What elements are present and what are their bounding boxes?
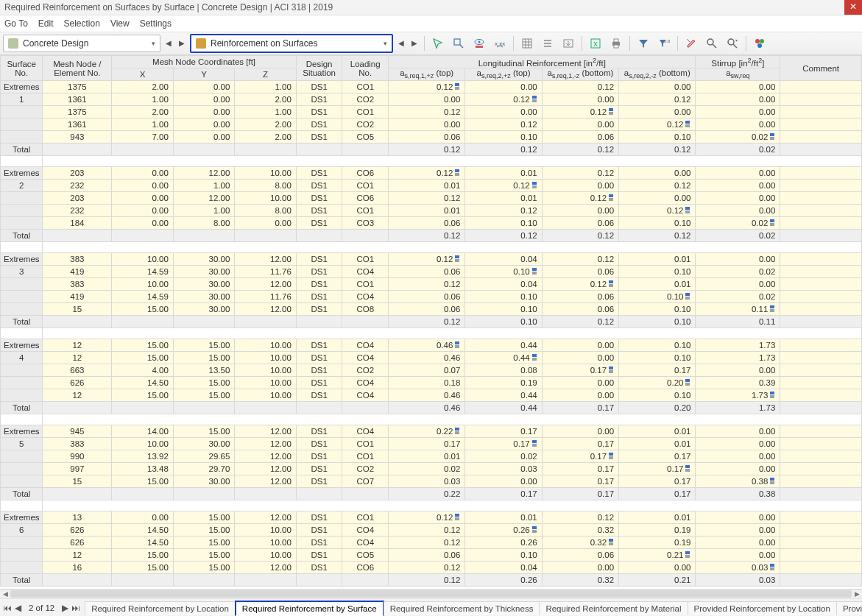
cell[interactable] [780, 278, 862, 291]
cell[interactable]: 0.00 [542, 425, 618, 438]
pager-next-button[interactable]: ▶ [62, 603, 68, 613]
cell[interactable]: 0.00 [465, 81, 542, 93]
row-header[interactable] [1, 364, 43, 377]
cell[interactable]: 0.02 [696, 131, 780, 144]
cell[interactable]: 0.10 [465, 316, 542, 328]
cell[interactable]: CO3 [342, 217, 389, 230]
cell[interactable]: 0.02 [696, 217, 780, 230]
pager-prev-button[interactable]: ◀ [15, 603, 21, 613]
cell[interactable] [173, 230, 234, 242]
filter-value-icon[interactable]: 0.00 [655, 35, 673, 52]
cell[interactable]: 997 [43, 463, 112, 475]
cell[interactable]: 0.00 [542, 377, 618, 389]
cell[interactable]: DS1 [296, 93, 342, 106]
col-longitudinal-group[interactable]: Longitudinal Reinforcement [in2/ft] [389, 56, 696, 68]
cell[interactable]: 0.00 [696, 167, 780, 180]
cell[interactable]: 10.00 [112, 438, 173, 450]
cell[interactable]: 0.12 [389, 230, 465, 242]
cell[interactable]: 0.06 [389, 217, 465, 230]
cell[interactable]: CO1 [342, 180, 389, 192]
cell[interactable]: CO2 [342, 364, 389, 377]
edit-pencil-icon[interactable] [682, 35, 700, 52]
cell[interactable]: 0.10 [619, 352, 696, 364]
row-header[interactable]: 2 [1, 180, 43, 192]
table-row[interactable]: Extremes130.0015.0012.00DS1CO10.120.010.… [1, 511, 862, 524]
list-icon[interactable] [539, 35, 557, 52]
cell[interactable]: 1.73 [696, 352, 780, 364]
cell[interactable]: 0.00 [696, 425, 780, 438]
cell[interactable]: 0.02 [696, 230, 780, 242]
cell[interactable] [296, 402, 342, 414]
table-row[interactable]: 1840.008.000.00DS1CO30.060.100.060.100.0… [1, 217, 862, 230]
cell[interactable]: 0.00 [619, 81, 696, 93]
cell[interactable]: 0.12 [619, 230, 696, 242]
cell[interactable]: 0.00 [696, 205, 780, 217]
cell[interactable]: CO1 [342, 106, 389, 118]
row-header[interactable]: Total [1, 230, 43, 242]
cell[interactable]: 15.00 [112, 352, 173, 364]
cell[interactable] [43, 230, 112, 242]
cell[interactable]: 10.00 [112, 253, 173, 266]
table-row[interactable]: 2030.0012.0010.00DS1CO60.120.010.120.000… [1, 192, 862, 205]
cell[interactable]: 0.00 [112, 167, 173, 180]
cell[interactable]: CO4 [342, 524, 389, 537]
cell[interactable]: 15 [43, 303, 112, 316]
cell[interactable]: 2.00 [235, 93, 297, 106]
cell[interactable]: 15.00 [173, 389, 234, 402]
cell[interactable]: 0.00 [389, 93, 465, 106]
cell[interactable]: 0.00 [696, 524, 780, 537]
cell[interactable]: 0.00 [696, 438, 780, 450]
cell[interactable]: 0.06 [542, 266, 618, 278]
cell[interactable]: 0.03 [696, 562, 780, 574]
cell[interactable] [235, 316, 297, 328]
cell[interactable]: 0.12 [389, 537, 465, 549]
cell[interactable]: 29.70 [173, 463, 234, 475]
cell[interactable]: 0.12 [542, 81, 618, 93]
tab-prov-by-location[interactable]: Provided Reinforcement by Location [688, 601, 837, 615]
cell[interactable]: 0.17 [542, 402, 618, 414]
next-result-button[interactable]: ▶ [409, 36, 420, 51]
row-header[interactable]: Total [1, 316, 43, 328]
cell[interactable]: 10.00 [235, 524, 297, 537]
cell[interactable]: 0.17 [542, 364, 618, 377]
cell[interactable]: 10.00 [235, 364, 297, 377]
cell[interactable] [780, 352, 862, 364]
cell[interactable]: 2.00 [235, 131, 297, 144]
cell[interactable]: 0.00 [619, 192, 696, 205]
cell[interactable]: 0.00 [696, 364, 780, 377]
cell[interactable]: 0.17 [619, 450, 696, 463]
cell[interactable]: 30.00 [173, 278, 234, 291]
table-row[interactable]: 22320.001.008.00DS1CO10.010.120.000.120.… [1, 180, 862, 192]
cell[interactable]: 0.06 [542, 549, 618, 562]
cell[interactable]: 0.32 [542, 537, 618, 549]
cell[interactable]: CO2 [342, 93, 389, 106]
cell[interactable] [173, 402, 234, 414]
cell[interactable]: DS1 [296, 278, 342, 291]
table-row[interactable]: 1215.0015.0010.00DS1CO40.460.440.000.101… [1, 389, 862, 402]
cell[interactable] [235, 230, 297, 242]
cell[interactable]: 0.00 [112, 511, 173, 524]
cell[interactable] [296, 230, 342, 242]
cell[interactable]: 0.00 [696, 278, 780, 291]
cell[interactable]: 10.00 [235, 549, 297, 562]
cell[interactable]: CO4 [342, 389, 389, 402]
cell[interactable] [780, 475, 862, 488]
cell[interactable]: 0.00 [696, 253, 780, 266]
cell[interactable] [780, 438, 862, 450]
cell[interactable]: 1.73 [696, 389, 780, 402]
cell[interactable]: DS1 [296, 131, 342, 144]
cell[interactable]: 30.00 [173, 291, 234, 303]
cell[interactable]: 0.12 [542, 253, 618, 266]
cell[interactable]: 0.00 [542, 180, 618, 192]
cell[interactable]: 0.01 [619, 253, 696, 266]
cell[interactable]: 0.02 [465, 450, 542, 463]
cell[interactable]: 11.76 [235, 266, 297, 278]
cell[interactable]: 15.00 [112, 389, 173, 402]
cell[interactable]: 0.17 [619, 475, 696, 488]
table-row[interactable]: 1215.0015.0010.00DS1CO50.060.100.060.210… [1, 549, 862, 562]
cell[interactable]: 0.12 [389, 574, 465, 587]
cell[interactable] [780, 131, 862, 144]
cell[interactable]: 626 [43, 377, 112, 389]
cell[interactable]: 12.00 [235, 463, 297, 475]
cell[interactable]: 12.00 [235, 562, 297, 574]
